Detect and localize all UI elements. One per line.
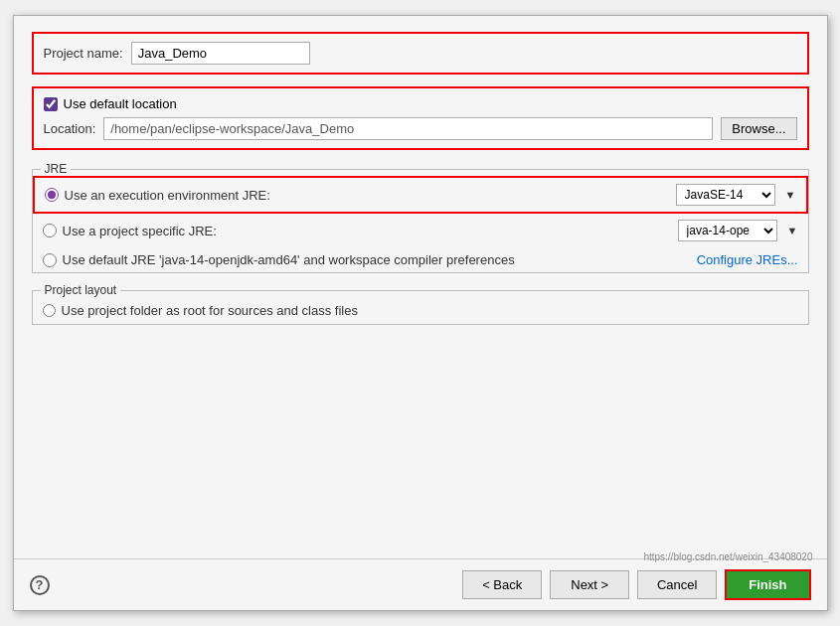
jre-section: JRE Use an execution environment JRE: Ja… [32,162,809,273]
project-name-section: Project name: [32,32,809,75]
project-name-input[interactable] [131,42,310,65]
use-default-location-checkbox[interactable] [44,97,58,111]
jre-option3-row: Use default JRE 'java-14-openjdk-amd64' … [33,247,808,272]
location-label: Location: [44,121,96,136]
cancel-button[interactable]: Cancel [637,570,717,599]
location-row: Location: Browse... [44,117,797,140]
layout-option-label: Use project folder as root for sources a… [62,303,358,318]
next-button[interactable]: Next > [550,570,629,599]
configure-jres-link[interactable]: Configure JREs... [697,252,798,267]
jre-option1-select[interactable]: JavaSE-14 JavaSE-11 JavaSE-8 [676,184,775,206]
jre-option1-radio[interactable] [45,188,59,202]
jre-option2-row: Use a project specific JRE: java-14-ope … [33,214,808,247]
jre-option2-dropdown-arrow: ▼ [787,225,798,236]
dialog-footer: ? < Back Next > Cancel Finish https://bl… [14,558,827,610]
new-java-project-dialog: Project name: Use default location Locat… [13,15,828,611]
jre-option3-label: Use default JRE 'java-14-openjdk-amd64' … [43,252,689,267]
location-input[interactable] [103,117,713,140]
location-section: Use default location Location: Browse... [32,86,809,150]
project-name-label: Project name: [44,46,123,61]
dialog-body: Project name: Use default location Locat… [14,16,827,558]
layout-option-row: Use project folder as root for sources a… [33,297,808,324]
jre-option2-select[interactable]: java-14-ope java-11 java-8 [678,220,777,241]
jre-legend: JRE [41,162,72,176]
back-button[interactable]: < Back [462,570,542,599]
project-layout-section: Project layout Use project folder as roo… [32,283,809,325]
jre-option2-radio[interactable] [43,224,57,237]
jre-option1-dropdown-arrow: ▼ [785,189,796,201]
jre-option1-row: Use an execution environment JRE: JavaSE… [33,176,808,214]
help-button[interactable]: ? [30,575,50,595]
jre-option1-label: Use an execution environment JRE: [45,188,666,203]
project-layout-legend: Project layout [41,283,121,297]
use-default-location-row: Use default location [44,96,797,111]
jre-option3-radio[interactable] [43,253,57,267]
use-default-location-label: Use default location [64,96,177,111]
jre-option2-label: Use a project specific JRE: [43,224,668,238]
finish-button[interactable]: Finish [725,569,810,600]
browse-button[interactable]: Browse... [721,117,796,140]
layout-radio[interactable] [43,304,56,317]
